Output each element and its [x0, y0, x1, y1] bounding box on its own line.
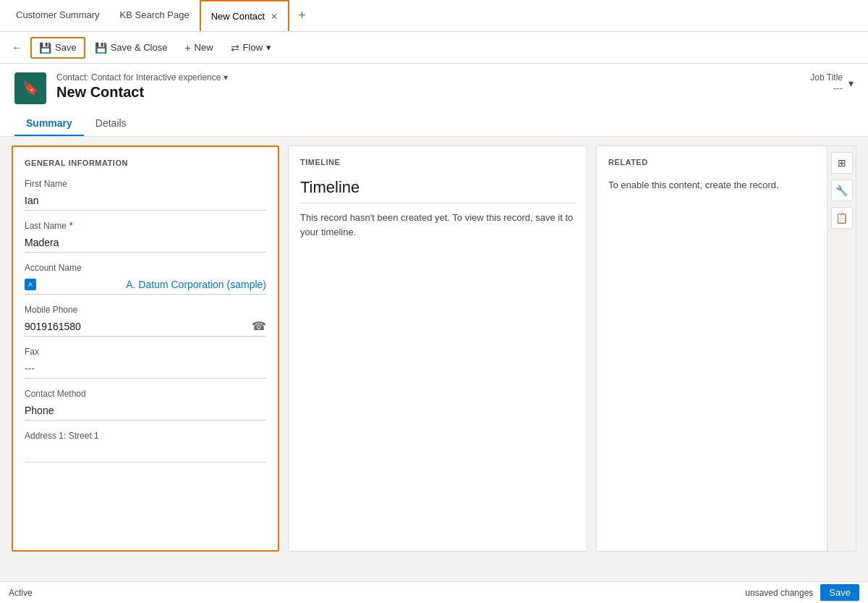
related-sidebar-btn-2[interactable]: 🔧: [831, 180, 853, 201]
last-name-value[interactable]: Madera: [25, 232, 266, 253]
job-title-value: ---: [810, 83, 843, 93]
fax-value[interactable]: ---: [25, 358, 266, 379]
save-close-disk-icon: 💾: [95, 42, 107, 54]
address-street-label: Address 1: Street 1: [25, 431, 266, 441]
tab-summary[interactable]: Summary: [14, 111, 84, 136]
contact-subtitle[interactable]: Contact: Contact for Interactive experie…: [56, 72, 800, 83]
field-contact-method: Contact Method Phone: [25, 389, 266, 421]
account-name-value[interactable]: A A. Datum Corporation (sample): [25, 274, 266, 295]
new-plus-icon: +: [184, 42, 190, 54]
status-active-label: Active: [9, 588, 33, 598]
main-content: GENERAL INFORMATION First Name Ian Last …: [0, 137, 868, 560]
timeline-message: This record hasn't been created yet. To …: [300, 211, 575, 239]
contact-method-label: Contact Method: [25, 389, 266, 399]
header-info: Contact: Contact for Interactive experie…: [56, 72, 800, 101]
status-save-button[interactable]: Save: [820, 584, 859, 601]
mobile-phone-value[interactable]: 9019161580 ☎: [25, 316, 266, 337]
related-message: To enable this content, create the recor…: [608, 178, 844, 193]
panel-related: RELATED To enable this content, create t…: [596, 146, 856, 552]
field-first-name: First Name Ian: [25, 179, 266, 211]
toolbar: ← 💾 Save 💾 Save & Close + New ⇄ Flow ▾: [0, 32, 868, 64]
contact-avatar: 🔖: [14, 72, 46, 104]
related-heading: RELATED: [608, 158, 844, 166]
general-info-heading: GENERAL INFORMATION: [25, 159, 266, 167]
related-sidebar: ⊞ 🔧 📋: [827, 146, 856, 551]
content-tabs: Summary Details: [14, 111, 854, 136]
header-right: Job Title --- ▾: [810, 72, 854, 93]
subtitle-chevron-icon: ▾: [224, 72, 228, 83]
bookmark-icon: 🔖: [22, 80, 38, 96]
phone-icon[interactable]: ☎: [252, 319, 266, 333]
tab-new-contact[interactable]: New Contact ✕: [200, 0, 289, 31]
close-tab-icon[interactable]: ✕: [271, 12, 278, 22]
mobile-phone-label: Mobile Phone: [25, 305, 266, 315]
status-bar: Active unsaved changes Save: [0, 581, 868, 603]
panel-general-information: GENERAL INFORMATION First Name Ian Last …: [12, 146, 279, 552]
status-right: unsaved changes Save: [745, 584, 859, 601]
field-address-street: Address 1: Street 1: [25, 431, 266, 463]
first-name-label: First Name: [25, 179, 266, 189]
timeline-heading: TIMELINE: [300, 158, 575, 166]
last-name-required: *: [69, 221, 73, 231]
last-name-label: Last Name *: [25, 221, 266, 231]
tab-bar: Customer Summary KB Search Page New Cont…: [0, 0, 868, 32]
page-title: New Contact: [56, 84, 800, 101]
field-mobile-phone: Mobile Phone 9019161580 ☎: [25, 305, 266, 337]
field-account-name: Account Name A A. Datum Corporation (sam…: [25, 263, 266, 295]
panel-timeline: TIMELINE Timeline This record hasn't bee…: [288, 146, 587, 552]
related-sidebar-btn-1[interactable]: ⊞: [831, 152, 853, 174]
new-button[interactable]: + New: [176, 38, 221, 58]
flow-button[interactable]: ⇄ Flow ▾: [223, 38, 279, 58]
related-sidebar-btn-3[interactable]: 📋: [831, 207, 853, 229]
tab-customer-summary[interactable]: Customer Summary: [6, 0, 110, 31]
timeline-title: Timeline: [300, 178, 575, 197]
job-title-label: Job Title: [810, 72, 843, 83]
timeline-divider: [300, 203, 575, 203]
first-name-value[interactable]: Ian: [25, 190, 266, 211]
tab-details[interactable]: Details: [84, 111, 138, 136]
fax-label: Fax: [25, 347, 266, 357]
tab-kb-search[interactable]: KB Search Page: [110, 0, 200, 31]
field-last-name: Last Name * Madera: [25, 221, 266, 253]
back-button[interactable]: ←: [6, 38, 29, 58]
address-street-value[interactable]: [25, 442, 266, 463]
save-close-button[interactable]: 💾 Save & Close: [87, 38, 176, 58]
field-fax: Fax ---: [25, 347, 266, 379]
flow-dropdown-icon: ▾: [266, 42, 271, 53]
account-icon: A: [25, 279, 36, 290]
related-content: RELATED To enable this content, create t…: [597, 146, 856, 204]
add-tab-button[interactable]: +: [289, 0, 315, 31]
contact-method-value[interactable]: Phone: [25, 400, 266, 421]
save-button[interactable]: 💾 Save: [30, 37, 85, 59]
page-header: 🔖 Contact: Contact for Interactive exper…: [0, 64, 868, 137]
flow-arrows-icon: ⇄: [231, 42, 239, 54]
save-disk-icon: 💾: [39, 42, 51, 54]
expand-icon[interactable]: ▾: [848, 77, 854, 89]
account-name-label: Account Name: [25, 263, 266, 273]
unsaved-changes-label: unsaved changes: [745, 588, 813, 598]
